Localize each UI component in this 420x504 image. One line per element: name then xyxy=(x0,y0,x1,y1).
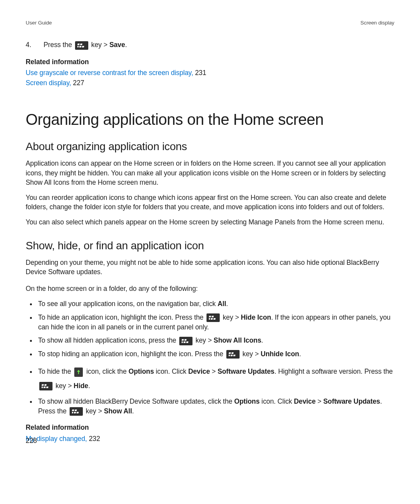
svg-rect-16 xyxy=(231,352,234,354)
svg-rect-26 xyxy=(75,410,77,411)
svg-rect-5 xyxy=(209,316,211,317)
step-line: 4. Press the key > Save. xyxy=(26,40,394,50)
list-item: To see all your application icons, on th… xyxy=(37,299,394,309)
svg-rect-3 xyxy=(79,46,81,47)
body-text: Depending on your theme, you might not b… xyxy=(26,258,394,277)
running-header: User Guide Screen display xyxy=(26,19,394,26)
svg-rect-17 xyxy=(229,355,230,356)
svg-rect-2 xyxy=(77,46,79,47)
related-info-list: My display changed, 232 xyxy=(26,434,394,444)
step-number: 4. xyxy=(26,40,41,50)
blackberry-menu-key-icon xyxy=(226,350,240,359)
svg-rect-6 xyxy=(212,316,214,317)
page: User Guide Screen display 4. Press the k… xyxy=(0,0,420,504)
svg-rect-4 xyxy=(82,46,84,47)
body-text: You can reorder application icons to cha… xyxy=(26,193,394,212)
svg-rect-0 xyxy=(77,44,80,45)
related-link-grayscale[interactable]: Use grayscale or reverse contrast for th… xyxy=(26,69,193,77)
svg-rect-18 xyxy=(230,355,233,356)
section-heading-show-hide: Show, hide, or find an application icon xyxy=(26,238,394,253)
list-item: To hide an application icon, highlight t… xyxy=(37,312,394,332)
blackberry-menu-key-icon xyxy=(206,313,220,322)
related-info-list: Use grayscale or reverse contrast for th… xyxy=(26,68,394,88)
svg-rect-8 xyxy=(211,318,213,320)
body-text: You can also select which panels appear … xyxy=(26,217,394,227)
svg-rect-11 xyxy=(184,339,187,341)
related-link-screen-display[interactable]: Screen display, xyxy=(26,79,71,87)
svg-rect-13 xyxy=(184,341,186,343)
step-text: Press the key > Save. xyxy=(44,40,127,50)
svg-rect-23 xyxy=(44,387,46,388)
software-update-arrow-icon xyxy=(74,368,83,377)
section-heading-about: About organizing application icons xyxy=(26,139,394,154)
related-info-heading: Related information xyxy=(26,423,394,432)
svg-rect-14 xyxy=(186,341,189,343)
blackberry-menu-key-icon xyxy=(70,407,83,416)
svg-rect-22 xyxy=(42,387,43,388)
blackberry-menu-key-icon xyxy=(179,337,192,345)
list-item: To stop hiding an application icon, high… xyxy=(37,349,394,359)
svg-rect-9 xyxy=(214,318,216,320)
blackberry-menu-key-icon xyxy=(39,382,52,390)
svg-rect-12 xyxy=(182,341,183,343)
header-right: Screen display xyxy=(360,19,394,26)
svg-rect-29 xyxy=(76,412,79,413)
svg-rect-25 xyxy=(72,410,74,411)
svg-rect-19 xyxy=(233,355,235,356)
page-number: 228 xyxy=(26,436,37,446)
body-text: Application icons can appear on the Home… xyxy=(26,159,394,187)
svg-rect-21 xyxy=(44,384,47,386)
svg-rect-1 xyxy=(80,44,82,45)
svg-rect-20 xyxy=(42,384,44,386)
list-item: To hide the icon, click the Options icon… xyxy=(37,364,394,393)
list-item: To show all hidden BlackBerry Device Sof… xyxy=(37,396,394,416)
svg-rect-10 xyxy=(182,339,184,341)
list-item: To show all hidden application icons, pr… xyxy=(37,335,394,345)
svg-rect-15 xyxy=(229,352,231,354)
svg-rect-27 xyxy=(72,412,74,413)
body-text: On the home screen or in a folder, do an… xyxy=(26,284,394,294)
svg-rect-24 xyxy=(46,387,49,388)
header-left: User Guide xyxy=(26,19,52,26)
svg-rect-28 xyxy=(74,412,76,413)
related-info-heading: Related information xyxy=(26,58,394,67)
page-title: Organizing applications on the Home scre… xyxy=(26,109,394,130)
instruction-list: To see all your application icons, on th… xyxy=(26,299,394,416)
blackberry-menu-key-icon xyxy=(75,41,88,50)
svg-rect-7 xyxy=(209,318,210,320)
